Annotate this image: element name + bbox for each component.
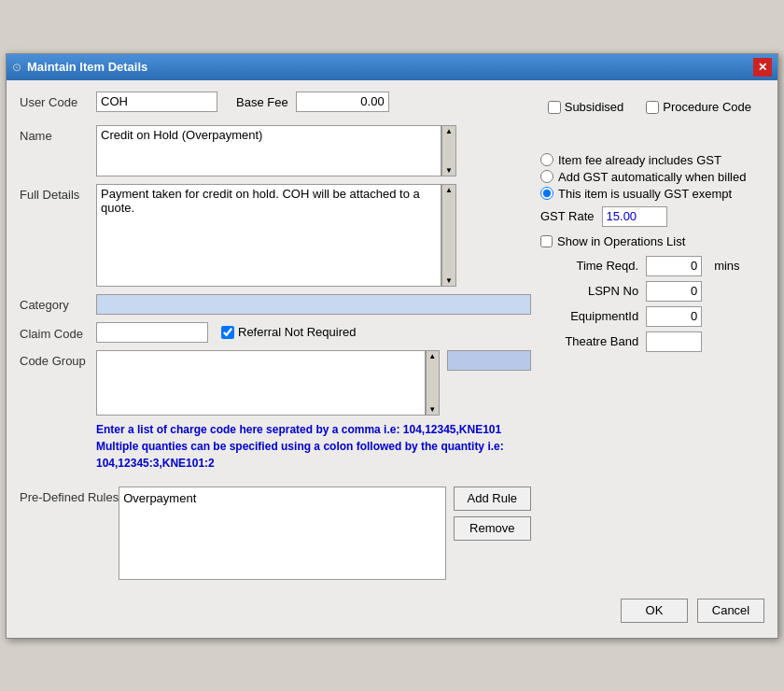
category-label: Category — [20, 294, 96, 312]
code-group-hint: Enter a list of charge code here seprate… — [96, 421, 531, 472]
time-reqd-unit: mins — [714, 259, 764, 273]
lspn-label: LSPN No — [540, 284, 638, 298]
title-bar: ⊙ Maintain Item Details ✕ — [7, 54, 777, 80]
claim-code-input[interactable] — [96, 322, 208, 343]
full-details-label: Full Details — [20, 184, 96, 202]
gst-rate-input[interactable] — [602, 206, 667, 227]
details-scroll-down-icon: ▼ — [445, 276, 453, 285]
theatre-label: Theatre Band — [540, 334, 638, 348]
equipment-input[interactable] — [646, 306, 702, 327]
name-input[interactable]: Credit on Hold (Overpayment) — [96, 125, 441, 176]
equipment-label: EquipmentId — [540, 309, 638, 323]
full-details-input[interactable]: Payment taken for credit on hold. COH wi… — [96, 184, 441, 287]
bottom-buttons: OK Cancel — [20, 599, 764, 627]
user-code-input[interactable] — [96, 92, 217, 112]
details-scroll-up-icon: ▲ — [445, 186, 453, 194]
radio-add-gst-label: Add GST automatically when billed — [558, 170, 746, 184]
radio-add-gst-input[interactable] — [540, 170, 553, 183]
theatre-input[interactable] — [646, 331, 702, 352]
window-icon: ⊙ — [12, 61, 21, 74]
radio-gst-exempt-label: This item is usually GST exempt — [558, 187, 732, 201]
referral-checkbox[interactable] — [221, 326, 234, 339]
show-ops-checkbox[interactable] — [540, 235, 553, 247]
cancel-button[interactable]: Cancel — [697, 599, 764, 623]
radio-gst-exempt-input[interactable] — [540, 187, 553, 200]
procedure-code-checkbox-label[interactable]: Procedure Code — [646, 100, 751, 114]
main-window: ⊙ Maintain Item Details ✕ User Code Base… — [6, 53, 778, 639]
code-group-label: Code Group — [20, 350, 96, 368]
category-input[interactable] — [96, 294, 531, 315]
code-group-button[interactable] — [447, 350, 531, 371]
claim-code-label: Claim Code — [20, 323, 96, 341]
subsidised-checkbox-label[interactable]: Subsidised — [548, 100, 624, 114]
user-code-label: User Code — [20, 92, 96, 109]
remove-button[interactable]: Remove — [454, 516, 531, 541]
gst-rate-label: GST Rate — [540, 209, 595, 223]
ok-button[interactable]: OK — [621, 599, 688, 623]
referral-label: Referral Not Required — [238, 325, 356, 339]
procedure-code-checkbox[interactable] — [646, 101, 659, 114]
lspn-input[interactable] — [646, 281, 702, 302]
code-group-scroll-up-icon: ▲ — [428, 352, 436, 360]
subsidised-checkbox[interactable] — [548, 101, 561, 114]
radio-add-gst[interactable]: Add GST automatically when billed — [540, 170, 764, 184]
time-reqd-input[interactable] — [646, 256, 702, 276]
radio-item-fee-input[interactable] — [540, 153, 553, 166]
radio-item-fee[interactable]: Item fee already includes GST — [540, 153, 764, 167]
code-group-input[interactable] — [96, 350, 426, 416]
add-rule-button[interactable]: Add Rule — [454, 487, 531, 511]
radio-item-fee-label: Item fee already includes GST — [558, 153, 721, 167]
time-reqd-label: Time Reqd. — [540, 259, 638, 273]
base-fee-label: Base Fee — [236, 92, 288, 109]
show-ops-label: Show in Operations List — [557, 234, 685, 248]
procedure-code-label: Procedure Code — [663, 100, 751, 114]
subsidised-label: Subsidised — [565, 100, 624, 114]
name-label: Name — [20, 125, 96, 143]
pre-defined-label: Pre-Defined Rules — [20, 487, 119, 504]
close-button[interactable]: ✕ — [753, 58, 772, 77]
content-area: User Code Base Fee Subsidised Procedure … — [7, 80, 777, 638]
radio-gst-exempt[interactable]: This item is usually GST exempt — [540, 187, 764, 201]
base-fee-input[interactable] — [296, 92, 389, 112]
code-group-scroll-down-icon: ▼ — [428, 405, 436, 414]
pre-defined-input[interactable]: Overpayment — [119, 487, 445, 580]
scroll-down-icon: ▼ — [445, 166, 453, 175]
referral-checkbox-label[interactable]: Referral Not Required — [221, 325, 356, 339]
scroll-up-icon: ▲ — [445, 127, 453, 135]
window-title: Maintain Item Details — [27, 60, 147, 74]
